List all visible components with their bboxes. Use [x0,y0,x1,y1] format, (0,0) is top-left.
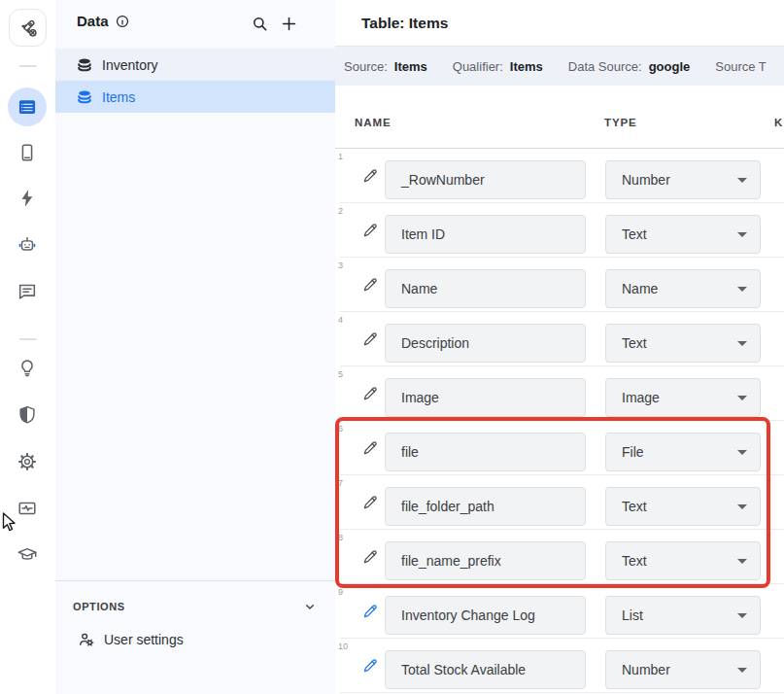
database-icon [77,89,92,105]
edit-pencil-icon[interactable] [361,167,379,185]
smartphone-icon [17,142,38,163]
meta-label: Source T [715,59,767,74]
panel-title-text: Data [77,13,109,29]
table-row: 9 Inventory Change Log List [335,584,784,639]
user-settings-item[interactable]: User settings [78,629,184,650]
search-icon [251,15,269,33]
edit-pencil-icon[interactable] [361,494,379,511]
rail-automation-button[interactable] [8,179,47,218]
rail-learn-button[interactable] [8,536,47,574]
caret-down-icon [737,341,747,346]
column-header-type: TYPE [604,117,637,128]
gear-icon [17,451,38,472]
field-name-input[interactable]: file_name_prefix [385,541,586,580]
field-name-value: Inventory Change Log [401,607,535,623]
info-icon[interactable] [115,14,130,29]
rail-bot-button[interactable] [8,226,47,264]
row-number: 6 [338,424,343,434]
field-name-input[interactable]: file_folder_path [385,487,586,526]
chevron-down-icon [302,599,318,614]
table-list-item[interactable]: Items [55,81,335,113]
panel-title: Data [77,13,130,29]
field-type-value: List [622,607,643,623]
edit-pencil-icon[interactable] [361,385,379,402]
edit-pencil-icon[interactable] [361,603,379,620]
rail-insights-button[interactable] [8,348,47,387]
meta-item: Source: Items [344,59,427,74]
app-rail [0,0,55,694]
row-number: 5 [338,369,343,379]
user-settings-icon [78,631,96,649]
column-headers: NAME TYPE K [335,86,784,148]
field-type-value: Text [622,499,647,514]
edit-pencil-icon[interactable] [361,330,379,348]
database-icon [77,57,92,73]
field-type-select[interactable]: Name [605,269,761,308]
field-type-select[interactable]: Number [605,160,761,199]
rail-divider [19,338,37,340]
table-label: Inventory [102,57,158,73]
edit-pencil-icon[interactable] [361,439,379,457]
rail-divider [19,65,37,67]
caret-down-icon [737,559,747,564]
meta-item: Qualifier: Items [453,59,543,74]
rail-manage-button[interactable] [8,489,47,528]
graduation-cap-icon [17,544,38,566]
edit-pencil-icon[interactable] [361,222,379,239]
table-header: Table: Items [335,0,784,47]
rail-chat-button[interactable] [8,272,47,311]
caret-down-icon [737,178,747,183]
meta-label: Qualifier: [453,59,503,74]
table-meta-bar: Source: Items Qualifier: Items Data Sour… [335,47,784,86]
field-name-input[interactable]: Image [385,378,586,417]
rail-settings-button[interactable] [8,442,47,481]
shield-icon [17,404,38,426]
app-logo-button[interactable] [9,9,47,47]
edit-pencil-icon[interactable] [361,276,379,294]
caret-down-icon [737,613,747,618]
field-type-select[interactable]: Text [605,215,761,254]
edit-pencil-icon[interactable] [361,657,379,675]
table-list-item[interactable]: Inventory [55,49,335,81]
field-name-input[interactable]: Name [385,269,586,308]
field-type-select[interactable]: File [605,433,761,471]
field-rows: 1 _RowNumber Number 2 [335,148,784,693]
field-name-input[interactable]: Total Stock Available [385,650,586,689]
edit-pencil-icon[interactable] [361,548,379,566]
field-name-input[interactable]: Item ID [385,215,586,254]
rail-data-button[interactable] [8,87,47,126]
monitor-pulse-icon [17,498,38,519]
rail-security-button[interactable] [8,396,47,434]
field-name-input[interactable]: Description [385,324,586,363]
field-type-select[interactable]: Text [605,324,761,363]
field-name-value: Total Stock Available [401,662,526,677]
meta-label: Data Source: [568,59,642,74]
options-divider [55,580,335,581]
field-name-input[interactable]: file [385,433,586,471]
lightning-bolt-icon [17,188,38,209]
field-name-input[interactable]: _RowNumber [385,160,586,199]
field-type-select[interactable]: Text [605,541,761,580]
field-type-select[interactable]: List [605,596,761,635]
field-name-input[interactable]: Inventory Change Log [385,596,586,635]
caret-down-icon [737,504,747,509]
row-number: 8 [338,533,343,542]
field-type-select[interactable]: Image [605,378,761,417]
search-button[interactable] [248,12,271,35]
field-type-select[interactable]: Text [605,487,761,526]
rail-app-button[interactable] [8,133,47,172]
table-row: 5 Image Image [335,366,784,421]
table-row: 6 file File [335,421,784,475]
add-table-button[interactable] [277,12,300,35]
options-section-toggle[interactable]: OPTIONS [73,596,318,617]
caret-down-icon [737,450,747,455]
lightbulb-icon [17,357,38,378]
field-type-select[interactable]: Number [605,650,761,689]
column-header-name: NAME [355,117,391,128]
meta-value: Items [394,59,427,74]
field-name-value: Item ID [401,226,445,242]
column-header-key: K [774,117,783,128]
field-name-value: Image [401,390,439,405]
caret-down-icon [737,287,747,292]
field-name-value: file_folder_path [401,499,494,514]
